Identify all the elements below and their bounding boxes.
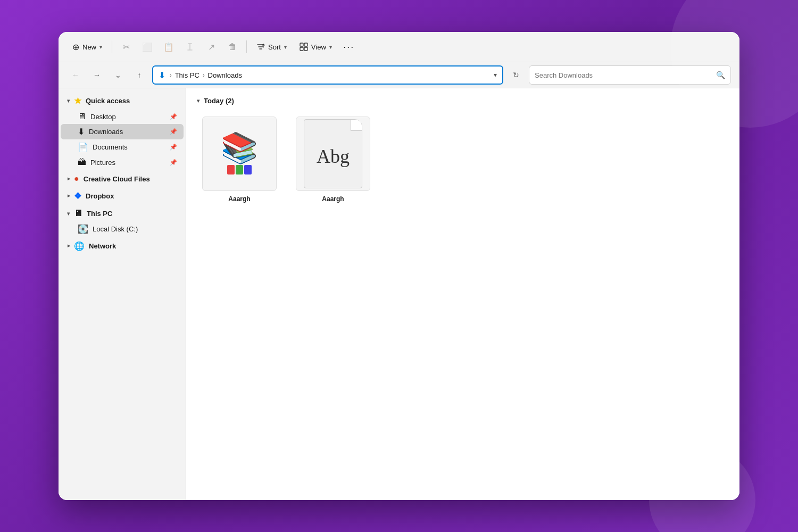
more-icon: ··· [343, 41, 354, 53]
breadcrumb-downloads[interactable]: Downloads [208, 71, 242, 79]
creative-cloud-header[interactable]: ▾ ● Creative Cloud Files [61, 171, 184, 187]
network-header[interactable]: ▾ 🌐 Network [61, 238, 184, 254]
view-chevron: ▾ [329, 44, 332, 50]
new-label: New [82, 43, 96, 51]
new-chevron: ▾ [99, 44, 102, 50]
sidebar-item-documents-label: Documents [93, 143, 128, 151]
file-item-winrar[interactable]: 📚 Aaargh [197, 111, 282, 208]
star-icon: ★ [74, 96, 81, 106]
refresh-button[interactable]: ↻ [508, 66, 525, 84]
pin-icon-pictures: 📌 [170, 159, 177, 166]
dropbox-header[interactable]: ▾ ❖ Dropbox [61, 188, 184, 204]
this-pc-chevron: ▾ [67, 211, 70, 217]
file-name-font: Aaargh [322, 195, 344, 203]
search-input[interactable] [535, 71, 712, 79]
share-button[interactable]: ↗ [202, 37, 221, 56]
font-file-icon: Abg [304, 119, 362, 188]
quick-access-header[interactable]: ▾ ★ Quick access [61, 93, 184, 109]
more-button[interactable]: ··· [339, 37, 359, 56]
svg-rect-2 [300, 47, 303, 51]
address-bar[interactable]: ⬇ › This PC › Downloads ▾ [152, 65, 503, 85]
copy-button[interactable]: ⬜ [138, 37, 157, 56]
this-pc-icon: 🖥 [74, 209, 82, 218]
svg-rect-3 [304, 47, 307, 51]
breadcrumb-separator-2: › [203, 72, 205, 78]
quick-access-section: ▾ ★ Quick access 🖥 Desktop 📌 ⬇ Downloads… [59, 93, 186, 170]
view-label: View [311, 43, 326, 51]
file-explorer-window: ⊕ New ▾ ✂ ⬜ 📋 ↗ 🗑 Sort ▾ [59, 32, 739, 500]
sidebar-item-pictures[interactable]: 🏔 Pictures 📌 [61, 155, 184, 170]
creative-cloud-label: Creative Cloud Files [84, 175, 150, 183]
addressbar-expand-icon[interactable]: ▾ [494, 71, 497, 79]
creative-cloud-section: ▾ ● Creative Cloud Files [59, 171, 186, 187]
pin-icon-desktop: 📌 [170, 113, 177, 120]
local-disk-label: Local Disk (C:) [93, 225, 138, 233]
new-icon: ⊕ [72, 42, 79, 52]
file-thumbnail-font: Abg [296, 117, 370, 191]
addressbar-row: ← → ⌄ ↑ ⬇ › This PC › Downloads ▾ ↻ 🔍 [59, 62, 739, 88]
section-header: ▾ Today (2) [197, 97, 729, 105]
network-section: ▾ 🌐 Network [59, 238, 186, 254]
this-pc-header[interactable]: ▾ 🖥 This PC [61, 205, 184, 221]
network-icon: 🌐 [74, 241, 85, 251]
pin-icon-downloads: 📌 [170, 128, 177, 135]
location-icon: ⬇ [159, 70, 165, 80]
desktop-icon: 🖥 [78, 112, 86, 121]
downloads-icon: ⬇ [78, 127, 85, 137]
toolbar: ⊕ New ▾ ✂ ⬜ 📋 ↗ 🗑 Sort ▾ [59, 32, 739, 62]
font-icon-text: Abg [317, 145, 350, 168]
local-disk-icon: 💽 [78, 224, 88, 234]
sort-chevron: ▾ [284, 44, 287, 50]
cut-button[interactable]: ✂ [117, 37, 136, 56]
sidebar-item-local-disk[interactable]: 💽 Local Disk (C:) [61, 221, 184, 237]
recent-button[interactable]: ⌄ [110, 66, 127, 84]
main-content: ▾ ★ Quick access 🖥 Desktop 📌 ⬇ Downloads… [59, 88, 739, 500]
sidebar-item-downloads-label: Downloads [89, 128, 123, 136]
quick-access-label: Quick access [86, 97, 130, 105]
search-bar[interactable]: 🔍 [529, 65, 731, 85]
delete-button[interactable]: 🗑 [223, 37, 242, 56]
pictures-icon: 🏔 [78, 157, 86, 167]
this-pc-label: This PC [87, 210, 112, 218]
back-button[interactable]: ← [67, 66, 84, 84]
sidebar-item-desktop[interactable]: 🖥 Desktop 📌 [61, 109, 184, 124]
file-name-winrar: Aaargh [228, 195, 250, 203]
up-button[interactable]: ↑ [131, 66, 148, 84]
breadcrumb: › This PC › Downloads [170, 71, 487, 79]
sidebar: ▾ ★ Quick access 🖥 Desktop 📌 ⬇ Downloads… [59, 88, 186, 500]
creative-cloud-icon: ● [74, 174, 79, 184]
documents-icon: 📄 [78, 142, 88, 152]
paste-button[interactable]: 📋 [159, 37, 178, 56]
file-item-font[interactable]: Abg Aaargh [290, 111, 376, 208]
breadcrumb-this-pc[interactable]: This PC [175, 71, 200, 79]
section-chevron: ▾ [197, 98, 200, 104]
sidebar-item-desktop-label: Desktop [90, 113, 116, 121]
dropbox-label: Dropbox [86, 192, 114, 200]
section-label: Today (2) [204, 97, 234, 105]
search-icon: 🔍 [716, 71, 725, 79]
new-button[interactable]: ⊕ New ▾ [67, 39, 107, 55]
dropbox-chevron: ▾ [65, 195, 71, 197]
files-grid: 📚 Aaargh Abg [197, 111, 729, 208]
view-button[interactable]: View ▾ [294, 39, 337, 54]
pin-icon-documents: 📌 [170, 144, 177, 151]
separator-2 [246, 40, 247, 53]
rename-button[interactable] [180, 37, 200, 56]
sidebar-item-documents[interactable]: 📄 Documents 📌 [61, 139, 184, 155]
svg-rect-1 [304, 43, 307, 46]
svg-rect-0 [300, 43, 303, 46]
breadcrumb-separator-1: › [170, 72, 172, 78]
network-chevron: ▾ [65, 245, 71, 247]
sort-label: Sort [268, 43, 281, 51]
forward-button[interactable]: → [88, 66, 105, 84]
sidebar-item-pictures-label: Pictures [90, 159, 115, 167]
network-label: Network [89, 242, 116, 250]
sidebar-item-downloads[interactable]: ⬇ Downloads 📌 [61, 124, 184, 139]
dropbox-icon: ❖ [74, 191, 81, 201]
sort-button[interactable]: Sort ▾ [251, 39, 292, 54]
separator-1 [112, 40, 112, 53]
quick-access-chevron: ▾ [67, 98, 70, 104]
creative-cloud-chevron: ▾ [65, 178, 71, 180]
this-pc-section: ▾ 🖥 This PC 💽 Local Disk (C:) [59, 205, 186, 237]
content-area: ▾ Today (2) 📚 [186, 88, 739, 500]
